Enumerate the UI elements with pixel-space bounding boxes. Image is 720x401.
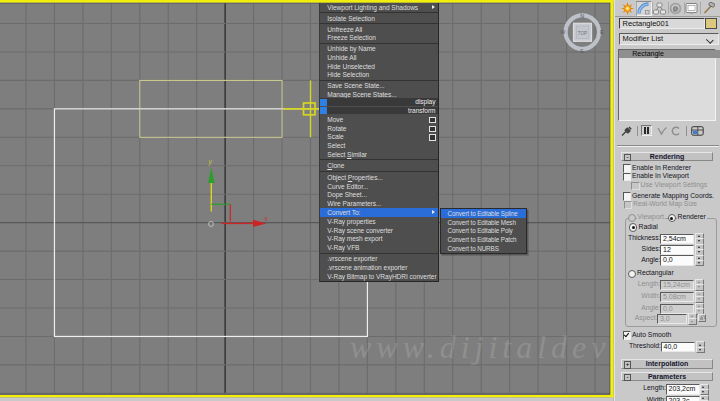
svg-text:@: @ — [673, 5, 679, 11]
svg-text:N: N — [580, 13, 584, 19]
svg-text:TOP: TOP — [578, 31, 587, 36]
svg-text:W: W — [560, 29, 566, 35]
svg-text:S: S — [580, 48, 584, 54]
svg-text:E: E — [600, 29, 604, 35]
